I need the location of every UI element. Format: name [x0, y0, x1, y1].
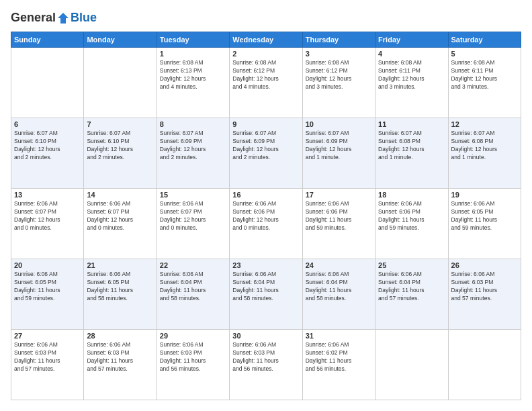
day-number: 11: [378, 120, 445, 128]
logo-icon: [56, 11, 70, 25]
day-cell-7: 7Sunrise: 6:07 AM Sunset: 6:10 PM Daylig…: [84, 118, 157, 189]
day-cell-18: 18Sunrise: 6:06 AM Sunset: 6:06 PM Dayli…: [375, 189, 448, 259]
day-cell-25: 25Sunrise: 6:06 AM Sunset: 6:04 PM Dayli…: [375, 259, 448, 330]
week-row-3: 13Sunrise: 6:06 AM Sunset: 6:07 PM Dayli…: [11, 189, 521, 259]
day-cell-28: 28Sunrise: 6:06 AM Sunset: 6:03 PM Dayli…: [84, 330, 157, 400]
day-cell-24: 24Sunrise: 6:06 AM Sunset: 6:04 PM Dayli…: [302, 259, 375, 330]
day-info: Sunrise: 6:08 AM Sunset: 6:12 PM Dayligh…: [232, 59, 299, 91]
empty-cell: [84, 48, 157, 118]
day-number: 16: [232, 191, 299, 199]
day-info: Sunrise: 6:06 AM Sunset: 6:04 PM Dayligh…: [160, 271, 226, 303]
day-cell-14: 14Sunrise: 6:06 AM Sunset: 6:07 PM Dayli…: [84, 189, 157, 259]
day-info: Sunrise: 6:07 AM Sunset: 6:09 PM Dayligh…: [232, 130, 299, 162]
day-info: Sunrise: 6:07 AM Sunset: 6:10 PM Dayligh…: [87, 130, 153, 162]
day-number: 18: [378, 191, 445, 199]
day-info: Sunrise: 6:06 AM Sunset: 6:03 PM Dayligh…: [232, 341, 299, 373]
day-number: 1: [160, 50, 226, 58]
day-info: Sunrise: 6:06 AM Sunset: 6:05 PM Dayligh…: [14, 271, 81, 303]
day-cell-16: 16Sunrise: 6:06 AM Sunset: 6:06 PM Dayli…: [230, 189, 302, 259]
day-number: 12: [451, 120, 518, 128]
day-cell-23: 23Sunrise: 6:06 AM Sunset: 6:04 PM Dayli…: [230, 259, 302, 330]
day-header-tuesday: Tuesday: [157, 32, 229, 48]
day-info: Sunrise: 6:06 AM Sunset: 6:02 PM Dayligh…: [306, 341, 372, 373]
day-info: Sunrise: 6:07 AM Sunset: 6:09 PM Dayligh…: [160, 130, 226, 162]
day-info: Sunrise: 6:06 AM Sunset: 6:07 PM Dayligh…: [160, 200, 226, 232]
day-info: Sunrise: 6:06 AM Sunset: 6:04 PM Dayligh…: [378, 271, 445, 303]
empty-cell: [11, 48, 84, 118]
week-row-1: 1Sunrise: 6:08 AM Sunset: 6:13 PM Daylig…: [11, 48, 521, 118]
day-cell-17: 17Sunrise: 6:06 AM Sunset: 6:06 PM Dayli…: [302, 189, 375, 259]
days-header-row: SundayMondayTuesdayWednesdayThursdayFrid…: [11, 32, 521, 48]
day-info: Sunrise: 6:06 AM Sunset: 6:04 PM Dayligh…: [232, 271, 299, 303]
day-number: 30: [232, 332, 299, 340]
day-cell-26: 26Sunrise: 6:06 AM Sunset: 6:03 PM Dayli…: [448, 259, 521, 330]
week-row-5: 27Sunrise: 6:06 AM Sunset: 6:03 PM Dayli…: [11, 330, 521, 400]
day-cell-10: 10Sunrise: 6:07 AM Sunset: 6:09 PM Dayli…: [302, 118, 375, 189]
day-number: 17: [306, 191, 372, 199]
day-cell-22: 22Sunrise: 6:06 AM Sunset: 6:04 PM Dayli…: [157, 259, 229, 330]
day-number: 10: [306, 120, 372, 128]
day-cell-27: 27Sunrise: 6:06 AM Sunset: 6:03 PM Dayli…: [11, 330, 84, 400]
day-number: 29: [160, 332, 226, 340]
empty-cell: [375, 330, 448, 400]
day-info: Sunrise: 6:07 AM Sunset: 6:10 PM Dayligh…: [14, 130, 81, 162]
day-number: 3: [306, 50, 372, 58]
day-number: 26: [451, 261, 518, 269]
day-header-friday: Friday: [375, 32, 448, 48]
day-cell-3: 3Sunrise: 6:08 AM Sunset: 6:12 PM Daylig…: [302, 48, 375, 118]
day-number: 23: [232, 261, 299, 269]
day-number: 19: [451, 191, 518, 199]
day-number: 24: [306, 261, 372, 269]
day-info: Sunrise: 6:08 AM Sunset: 6:11 PM Dayligh…: [451, 59, 518, 91]
day-info: Sunrise: 6:06 AM Sunset: 6:06 PM Dayligh…: [378, 200, 445, 232]
day-cell-1: 1Sunrise: 6:08 AM Sunset: 6:13 PM Daylig…: [157, 48, 229, 118]
day-info: Sunrise: 6:07 AM Sunset: 6:08 PM Dayligh…: [378, 130, 445, 162]
day-cell-9: 9Sunrise: 6:07 AM Sunset: 6:09 PM Daylig…: [230, 118, 302, 189]
day-info: Sunrise: 6:06 AM Sunset: 6:06 PM Dayligh…: [306, 200, 372, 232]
day-number: 15: [160, 191, 226, 199]
day-header-monday: Monday: [84, 32, 157, 48]
day-number: 21: [87, 261, 153, 269]
day-number: 6: [14, 120, 81, 128]
day-number: 28: [87, 332, 153, 340]
calendar: SundayMondayTuesdayWednesdayThursdayFrid…: [11, 32, 521, 400]
day-number: 25: [378, 261, 445, 269]
day-cell-5: 5Sunrise: 6:08 AM Sunset: 6:11 PM Daylig…: [448, 48, 521, 118]
day-info: Sunrise: 6:06 AM Sunset: 6:03 PM Dayligh…: [87, 341, 153, 373]
day-header-wednesday: Wednesday: [230, 32, 302, 48]
week-row-2: 6Sunrise: 6:07 AM Sunset: 6:10 PM Daylig…: [11, 118, 521, 189]
day-number: 5: [451, 50, 518, 58]
day-info: Sunrise: 6:06 AM Sunset: 6:07 PM Dayligh…: [14, 200, 81, 232]
day-info: Sunrise: 6:07 AM Sunset: 6:09 PM Dayligh…: [306, 130, 372, 162]
day-cell-20: 20Sunrise: 6:06 AM Sunset: 6:05 PM Dayli…: [11, 259, 84, 330]
day-cell-30: 30Sunrise: 6:06 AM Sunset: 6:03 PM Dayli…: [230, 330, 302, 400]
day-header-sunday: Sunday: [11, 32, 84, 48]
day-number: 27: [14, 332, 81, 340]
day-cell-29: 29Sunrise: 6:06 AM Sunset: 6:03 PM Dayli…: [157, 330, 229, 400]
day-number: 20: [14, 261, 81, 269]
day-header-saturday: Saturday: [448, 32, 521, 48]
day-info: Sunrise: 6:08 AM Sunset: 6:12 PM Dayligh…: [306, 59, 372, 91]
day-number: 8: [160, 120, 226, 128]
day-info: Sunrise: 6:06 AM Sunset: 6:04 PM Dayligh…: [306, 271, 372, 303]
day-cell-6: 6Sunrise: 6:07 AM Sunset: 6:10 PM Daylig…: [11, 118, 84, 189]
day-info: Sunrise: 6:06 AM Sunset: 6:07 PM Dayligh…: [87, 200, 153, 232]
day-info: Sunrise: 6:06 AM Sunset: 6:05 PM Dayligh…: [451, 200, 518, 232]
logo: General Blue: [11, 11, 97, 25]
day-number: 2: [232, 50, 299, 58]
day-number: 7: [87, 120, 153, 128]
day-cell-31: 31Sunrise: 6:06 AM Sunset: 6:02 PM Dayli…: [302, 330, 375, 400]
day-info: Sunrise: 6:08 AM Sunset: 6:13 PM Dayligh…: [160, 59, 226, 91]
day-cell-19: 19Sunrise: 6:06 AM Sunset: 6:05 PM Dayli…: [448, 189, 521, 259]
empty-cell: [448, 330, 521, 400]
logo-blue-text: Blue: [71, 11, 97, 25]
day-number: 22: [160, 261, 226, 269]
day-info: Sunrise: 6:06 AM Sunset: 6:03 PM Dayligh…: [451, 271, 518, 303]
day-cell-4: 4Sunrise: 6:08 AM Sunset: 6:11 PM Daylig…: [375, 48, 448, 118]
day-info: Sunrise: 6:06 AM Sunset: 6:03 PM Dayligh…: [160, 341, 226, 373]
day-cell-21: 21Sunrise: 6:06 AM Sunset: 6:05 PM Dayli…: [84, 259, 157, 330]
header: General Blue: [11, 11, 521, 25]
day-info: Sunrise: 6:06 AM Sunset: 6:05 PM Dayligh…: [87, 271, 153, 303]
day-cell-2: 2Sunrise: 6:08 AM Sunset: 6:12 PM Daylig…: [230, 48, 302, 118]
logo-general-text: General: [11, 11, 56, 25]
